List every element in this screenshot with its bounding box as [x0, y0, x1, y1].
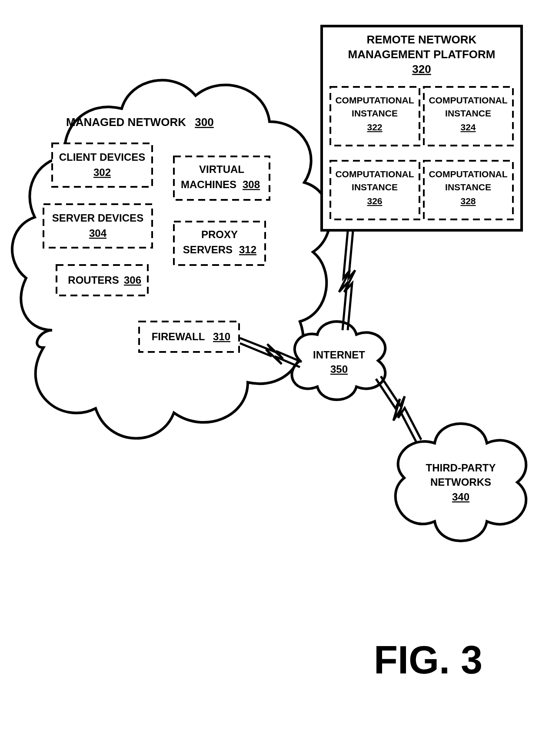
firewall-ref: 310	[213, 331, 230, 342]
virtual-machines-ref: 308	[243, 179, 260, 190]
connector-platform-internet	[339, 231, 355, 330]
ci324-line1: COMPUTATIONAL	[429, 95, 507, 105]
computational-instance-324: COMPUTATIONAL INSTANCE 324	[424, 87, 513, 146]
server-devices-box: SERVER DEVICES 304	[43, 204, 152, 248]
remote-platform-ref: 320	[412, 63, 431, 76]
ci328-ref: 328	[460, 196, 476, 206]
computational-instance-322: COMPUTATIONAL INSTANCE 322	[330, 87, 419, 146]
computational-instance-328: COMPUTATIONAL INSTANCE 328	[424, 161, 513, 219]
client-devices-ref: 302	[93, 166, 111, 178]
server-devices-label: SERVER DEVICES	[52, 212, 143, 224]
server-devices-ref: 304	[89, 227, 107, 239]
network-architecture-diagram: MANAGED NETWORK 300 CLIENT DEVICES 302 S…	[0, 0, 539, 756]
internet-ref: 350	[330, 363, 348, 375]
ci326-ref: 326	[367, 196, 382, 206]
remote-platform-title1: REMOTE NETWORK	[367, 33, 477, 46]
ci322-ref: 322	[367, 122, 382, 132]
managed-network-cloud: MANAGED NETWORK 300 CLIENT DEVICES 302 S…	[12, 80, 330, 438]
ci322-line2: INSTANCE	[352, 108, 398, 118]
ci326-line1: COMPUTATIONAL	[335, 169, 414, 179]
connector-thirdparty-internet	[376, 376, 421, 442]
remote-platform-box: REMOTE NETWORK MANAGEMENT PLATFORM 320 C…	[322, 26, 522, 230]
ci328-line2: INSTANCE	[445, 182, 491, 192]
third-party-ref: 340	[452, 491, 469, 503]
remote-platform-title2: MANAGEMENT PLATFORM	[348, 48, 496, 61]
ci324-ref: 324	[460, 122, 476, 132]
firewall-box: FIREWALL 310	[139, 322, 239, 352]
proxy-servers-box: PROXY SERVERS 312	[174, 222, 265, 265]
third-party-line2: NETWORKS	[430, 476, 491, 488]
routers-box: ROUTERS 306	[57, 265, 148, 295]
proxy-servers-line2: SERVERS	[183, 244, 233, 255]
routers-ref: 306	[124, 274, 141, 286]
ci322-line1: COMPUTATIONAL	[335, 95, 414, 105]
managed-network-ref: 300	[195, 116, 213, 129]
svg-rect-4	[174, 222, 265, 265]
proxy-servers-line1: PROXY	[201, 229, 238, 240]
virtual-machines-line2: MACHINES	[181, 179, 236, 190]
virtual-machines-line1: VIRTUAL	[199, 163, 244, 175]
firewall-label: FIREWALL	[152, 331, 205, 342]
routers-label: ROUTERS	[68, 274, 119, 286]
computational-instance-326: COMPUTATIONAL INSTANCE 326	[330, 161, 419, 219]
client-devices-label: CLIENT DEVICES	[59, 151, 146, 163]
figure-label: FIG. 3	[374, 638, 482, 682]
ci328-line1: COMPUTATIONAL	[429, 169, 507, 179]
svg-rect-3	[174, 156, 270, 200]
ci326-line2: INSTANCE	[352, 182, 398, 192]
third-party-line1: THIRD-PARTY	[426, 462, 496, 474]
managed-network-title: MANAGED NETWORK	[66, 116, 186, 129]
internet-label: INTERNET	[313, 349, 365, 361]
internet-cloud: INTERNET 350	[292, 322, 385, 400]
svg-rect-0	[52, 143, 152, 187]
client-devices-box: CLIENT DEVICES 302	[52, 143, 152, 187]
svg-rect-1	[43, 204, 152, 248]
proxy-servers-ref: 312	[239, 244, 256, 255]
virtual-machines-box: VIRTUAL MACHINES 308	[174, 156, 270, 200]
ci324-line2: INSTANCE	[445, 108, 491, 118]
